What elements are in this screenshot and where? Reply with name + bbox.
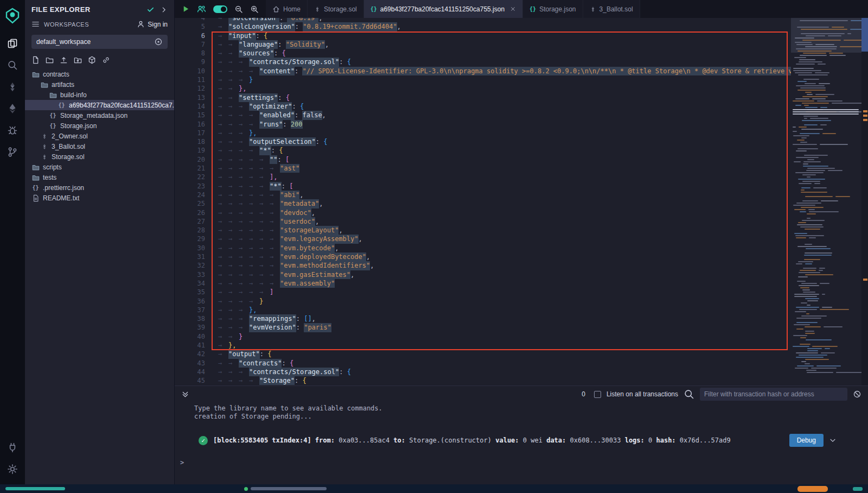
minimap-line	[806, 170, 825, 171]
terminal-search-icon[interactable]	[684, 389, 694, 400]
minimap[interactable]	[791, 18, 861, 385]
scrollbar-thumb[interactable]	[861, 18, 868, 52]
tree-item-readme-txt[interactable]: README.txt	[25, 193, 174, 203]
tree-item-label: contracts	[43, 71, 69, 78]
indent-guide: →	[228, 376, 239, 385]
settings-icon[interactable]	[0, 458, 25, 480]
deploy-run-icon[interactable]	[0, 98, 25, 119]
zoom-out-icon[interactable]	[234, 5, 243, 14]
line-number: 17	[175, 129, 205, 137]
transaction-log-row[interactable]: ✓ [block:5583405 txIndex:4] from: 0xa03.…	[175, 434, 868, 447]
workspace-name: default_workspace	[36, 38, 91, 46]
listen-checkbox[interactable]	[594, 391, 601, 398]
sign-in-label: Sign in	[148, 21, 168, 28]
tree-item-build-info[interactable]: build-info	[25, 90, 174, 100]
indent-guide: →	[270, 208, 280, 217]
indent-guide: →	[228, 244, 239, 252]
tree-item-scripts[interactable]: scripts	[25, 162, 174, 172]
indent-guide: →	[259, 244, 270, 252]
indent-guide: →	[270, 252, 280, 261]
chevron-right-icon[interactable]	[160, 6, 168, 14]
close-tab-icon[interactable]	[510, 6, 516, 12]
code-content[interactable]: 4→"solcVersion": "0.8.19",5→"solcLongVer…	[175, 18, 791, 385]
editor-scrollbar[interactable]	[861, 18, 868, 385]
tree-item-label: Storage.sol	[52, 153, 85, 161]
indent-guide: →	[218, 199, 228, 208]
git-icon[interactable]	[0, 141, 25, 163]
upload-file-icon[interactable]	[60, 56, 68, 64]
minimap-slider[interactable]	[791, 18, 861, 53]
code-line: 32→→→→→→"evm.methodIdentifiers",	[175, 261, 791, 270]
tree-item-storage-sol[interactable]: Storage.sol	[25, 151, 174, 162]
tree-item-3-ballot-sol[interactable]: 3_Ballot.sol	[25, 141, 174, 151]
tree-item-label: build-info	[60, 91, 87, 99]
load-link-icon[interactable]	[102, 56, 110, 64]
minimap-line	[804, 155, 828, 156]
indent-guide: →	[228, 137, 239, 146]
tab-bar: HomeStorage.sol{}a69b43f277ba20fcac14115…	[175, 0, 868, 18]
minimap-line	[796, 307, 819, 308]
minimap-line	[821, 352, 835, 353]
accounts-icon[interactable]	[197, 4, 206, 14]
workspace-options-icon[interactable]	[154, 37, 163, 46]
minimap-line	[796, 150, 807, 151]
minimap-line	[793, 68, 814, 69]
minimap-line	[798, 261, 813, 262]
tx-expand-icon[interactable]	[829, 437, 837, 444]
indent-guide: →	[228, 129, 239, 137]
workspaces-menu-icon[interactable]	[31, 20, 40, 28]
file-tree: contractsartifactsbuild-info{}a69b43f277…	[25, 69, 174, 203]
search-icon[interactable]	[0, 54, 25, 76]
status-badge[interactable]	[797, 486, 828, 492]
solidity-compiler-icon[interactable]	[0, 76, 25, 98]
tx-filter-input[interactable]	[700, 388, 847, 401]
minimap-line	[800, 55, 827, 56]
tab-storage-sol[interactable]: Storage.sol	[308, 0, 364, 18]
minimap-line	[804, 124, 818, 125]
file-explorer-icon[interactable]	[0, 33, 25, 54]
indent-guide: →	[228, 306, 239, 314]
status-network-indicator[interactable]	[244, 487, 327, 491]
tree-item--prettierrc-json[interactable]: {}.prettierrc.json	[25, 182, 174, 193]
status-workspace-indicator[interactable]	[5, 487, 65, 490]
minimap-line	[816, 365, 841, 366]
indent-guide: →	[239, 323, 249, 332]
tab-a69b43f277ba20fcac141151250ca755-json[interactable]: {}a69b43f277ba20fcac141151250ca755.json	[364, 0, 523, 18]
tree-item-tests[interactable]: tests	[25, 172, 174, 182]
minimap-line	[799, 309, 817, 310]
code-line: 38→→→"remappings": [],	[175, 314, 791, 323]
run-script-button[interactable]	[182, 5, 190, 13]
terminal-collapse-icon[interactable]	[181, 390, 189, 399]
indent-guide: →	[259, 226, 270, 235]
code-editor[interactable]: 4→"solcVersion": "0.8.19",5→"solcLongVer…	[175, 18, 868, 385]
indent-guide: →	[218, 297, 228, 306]
line-number: 36	[175, 297, 205, 306]
tab-storage-json[interactable]: {}Storage.json	[523, 0, 583, 18]
debug-button[interactable]: Debug	[789, 434, 824, 447]
tree-item-a69b43f277ba20fcac141151250ca7-[interactable]: {}a69b43f277ba20fcac141151250ca7...	[25, 100, 174, 110]
tree-item-contracts[interactable]: contracts	[25, 69, 174, 79]
load-ipfs-icon[interactable]	[88, 56, 96, 64]
minimap-line	[822, 133, 836, 134]
tree-item-2-owner-sol[interactable]: 2_Owner.sol	[25, 131, 174, 141]
new-file-icon[interactable]	[31, 56, 40, 64]
preview-toggle[interactable]	[213, 5, 227, 13]
code-line: 34→→→→→→"evm.assembly"	[175, 279, 791, 288]
sign-in-button[interactable]: Sign in	[137, 20, 168, 28]
tab-3-ballot-sol[interactable]: 3_Ballot.sol	[583, 0, 640, 18]
new-folder-icon[interactable]	[46, 56, 54, 64]
upload-folder-icon[interactable]	[74, 56, 82, 64]
tree-item-storage-metadata-json[interactable]: {}Storage_metadata.json	[25, 110, 174, 121]
workspace-select[interactable]: default_workspace	[31, 35, 168, 49]
debugger-icon[interactable]	[0, 119, 25, 141]
tab-home[interactable]: Home	[266, 0, 308, 18]
tree-item-artifacts[interactable]: artifacts	[25, 79, 174, 90]
minimap-line	[793, 109, 859, 110]
tree-item-storage-json[interactable]: {}Storage.json	[25, 121, 174, 131]
zoom-in-icon[interactable]	[250, 5, 259, 14]
clear-console-icon[interactable]	[853, 390, 861, 399]
plugin-manager-icon[interactable]	[0, 437, 25, 458]
line-number: 35	[175, 288, 205, 296]
minimap-line	[802, 103, 829, 104]
terminal-prompt[interactable]: >	[175, 459, 868, 466]
